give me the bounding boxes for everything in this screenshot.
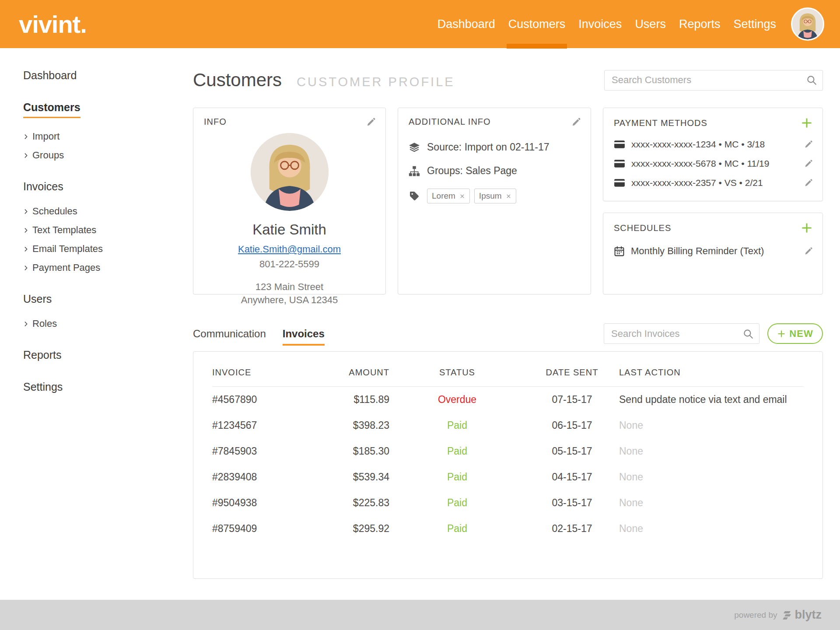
sidebar-item-customers[interactable]: Customers — [23, 101, 193, 118]
page-subtitle: CUSTOMER PROFILE — [297, 75, 455, 89]
sidebar-item-label: Reports — [23, 349, 62, 361]
tab-communication[interactable]: Communication — [193, 328, 266, 340]
sidebar-item-import[interactable]: Import — [23, 131, 193, 142]
tags-row: Lorem Ipsum — [398, 189, 591, 203]
sidebar-item-label: Groups — [32, 150, 64, 161]
customer-address-line1: 123 Main Street — [193, 280, 385, 294]
invoice-status: Overdue — [389, 394, 525, 406]
groups-row: Groups: Sales Page — [398, 165, 591, 177]
blytz-logo: blytz — [782, 608, 822, 622]
payment-methods-title: PAYMENT METHODS — [614, 118, 707, 128]
sidebar-item-text-templates[interactable]: Text Templates — [23, 224, 193, 236]
sidebar-item-reports[interactable]: Reports — [23, 349, 193, 361]
chevron-right-icon — [23, 246, 29, 252]
chevron-right-icon — [23, 265, 29, 271]
invoice-table-header: INVOICE AMOUNT STATUS DATE SENT LAST ACT… — [212, 354, 804, 387]
invoice-search-input[interactable] — [604, 323, 760, 344]
search-icon[interactable] — [806, 74, 817, 86]
invoice-number: #2839408 — [212, 471, 324, 483]
sidebar-item-label: Dashboard — [23, 69, 77, 81]
invoice-number: #8759409 — [212, 523, 324, 535]
invoice-row[interactable]: #4567890 $115.89 Overdue 07-15-17 Send u… — [212, 387, 804, 413]
nav-customers[interactable]: Customers — [508, 0, 566, 48]
invoice-row[interactable]: #1234567 $398.23 Paid 06-15-17 None — [212, 413, 804, 438]
add-payment-method-button[interactable] — [801, 117, 813, 129]
blytz-bolt-icon — [782, 610, 792, 620]
invoice-number: #4567890 — [212, 394, 324, 406]
invoice-status: Paid — [389, 445, 525, 457]
invoice-status: Paid — [389, 471, 525, 483]
nav-dashboard[interactable]: Dashboard — [438, 0, 495, 48]
col-last-action: LAST ACTION — [619, 368, 804, 378]
sidebar-item-groups[interactable]: Groups — [23, 150, 193, 161]
new-invoice-button[interactable]: NEW — [767, 323, 823, 344]
payment-methods-card: PAYMENT METHODS xxxx-xxxx-xxxx-1234 • MC… — [603, 108, 823, 201]
chevron-right-icon — [23, 228, 29, 233]
payment-method-row: xxxx-xxxx-xxxx-5678 • MC • 11/19 — [603, 158, 822, 169]
invoice-last-action: None — [619, 420, 804, 431]
invoice-row[interactable]: #7845903 $185.30 Paid 05-15-17 None — [212, 438, 804, 464]
sidebar-item-label: Roles — [32, 318, 57, 329]
close-icon[interactable] — [459, 193, 465, 199]
invoice-row[interactable]: #2839408 $539.34 Paid 04-15-17 None — [212, 464, 804, 490]
schedules-title: SCHEDULES — [614, 223, 671, 233]
invoice-row[interactable]: #9504938 $225.83 Paid 03-15-17 None — [212, 490, 804, 516]
sidebar-item-label: Users — [23, 293, 52, 305]
sidebar-item-settings[interactable]: Settings — [23, 381, 193, 393]
edit-schedule-button[interactable] — [804, 247, 813, 256]
customer-search-input[interactable] — [604, 70, 823, 91]
search-icon[interactable] — [742, 328, 754, 340]
sidebar-item-roles[interactable]: Roles — [23, 318, 193, 329]
calendar-icon — [614, 246, 625, 257]
schedules-card: SCHEDULES Monthly Billing Reminder (Text… — [603, 213, 823, 294]
sidebar: Dashboard Customers Import Groups Invoic… — [0, 48, 193, 393]
sidebar-item-dashboard[interactable]: Dashboard — [23, 69, 193, 82]
schedule-label: Monthly Billing Reminder (Text) — [631, 245, 764, 257]
chevron-right-icon — [23, 134, 29, 140]
invoice-number: #7845903 — [212, 445, 324, 457]
sidebar-item-email-templates[interactable]: Email Templates — [23, 243, 193, 255]
edit-payment-button[interactable] — [804, 159, 813, 168]
nav-invoices[interactable]: Invoices — [578, 0, 622, 48]
invoice-amount: $115.89 — [324, 394, 389, 406]
sidebar-item-users[interactable]: Users — [23, 293, 193, 305]
sidebar-item-invoices[interactable]: Invoices — [23, 180, 193, 193]
edit-payment-button[interactable] — [804, 178, 813, 187]
groups-text: Groups: Sales Page — [427, 165, 517, 177]
sidebar-item-label: Import — [32, 131, 60, 142]
nav-settings[interactable]: Settings — [733, 0, 776, 48]
invoice-status: Paid — [389, 523, 525, 535]
new-invoice-label: NEW — [789, 328, 813, 340]
nav-users[interactable]: Users — [635, 0, 666, 48]
close-icon[interactable] — [506, 193, 511, 199]
invoice-last-action: None — [619, 523, 804, 535]
profile-cards: INFO Katie Smith Katie.Smith@gmail.com 8… — [193, 108, 823, 294]
source-text: Source: Import on 02-11-17 — [427, 141, 550, 153]
top-nav: Dashboard Customers Invoices Users Repor… — [438, 0, 776, 48]
right-card-column: PAYMENT METHODS xxxx-xxxx-xxxx-1234 • MC… — [603, 108, 823, 294]
edit-additional-info-button[interactable] — [571, 117, 581, 127]
customer-email-link[interactable]: Katie.Smith@gmail.com — [193, 244, 385, 255]
user-avatar[interactable] — [791, 7, 824, 41]
tag-chip[interactable]: Lorem — [427, 189, 470, 203]
powered-by-text: powered by — [734, 610, 777, 620]
additional-info-title: ADDITIONAL INFO — [409, 117, 491, 127]
layers-icon — [409, 142, 420, 153]
invoice-amount: $185.30 — [324, 445, 389, 457]
tag-chip[interactable]: Ipsum — [474, 189, 516, 203]
credit-card-icon — [614, 177, 625, 189]
nav-reports[interactable]: Reports — [679, 0, 721, 48]
invoice-row[interactable]: #8759409 $295.92 Paid 02-15-17 None — [212, 516, 804, 542]
edit-payment-button[interactable] — [804, 140, 813, 149]
vivint-logo[interactable]: vivint. — [19, 10, 87, 38]
add-schedule-button[interactable] — [801, 222, 813, 234]
invoice-last-action: None — [619, 471, 804, 483]
chevron-right-icon — [23, 209, 29, 214]
sidebar-item-payment-pages[interactable]: Payment Pages — [23, 262, 193, 273]
plus-icon — [777, 329, 786, 338]
edit-info-button[interactable] — [366, 117, 376, 127]
sidebar-item-label: Text Templates — [32, 224, 96, 236]
sidebar-item-schedules[interactable]: Schedules — [23, 206, 193, 217]
invoice-date: 03-15-17 — [525, 497, 619, 509]
tab-invoices[interactable]: Invoices — [283, 328, 325, 340]
